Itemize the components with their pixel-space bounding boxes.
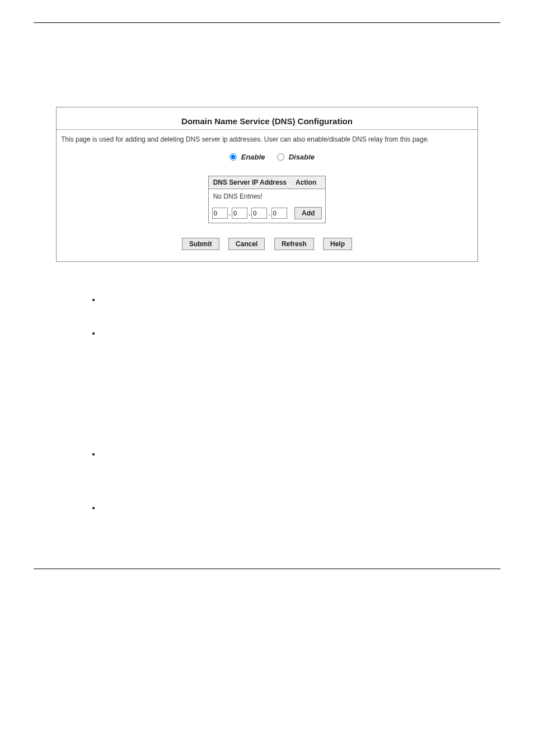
refresh-button[interactable]: Refresh	[274, 238, 314, 250]
list-item	[101, 450, 467, 459]
dns-relay-radio-group: Enable Disable	[57, 152, 477, 161]
panel-description: This page is used for adding and deletin…	[57, 135, 477, 152]
enable-radio[interactable]	[229, 153, 237, 161]
content-below-panel	[67, 295, 467, 513]
disable-radio-label: Disable	[289, 153, 315, 161]
header-action: Action	[291, 176, 325, 189]
list-item	[101, 329, 467, 338]
ip-dot: .	[249, 209, 250, 217]
action-cell: Add	[291, 204, 325, 223]
panel-button-row: Submit Cancel Refresh Help	[57, 238, 477, 250]
dns-config-panel: Domain Name Service (DNS) Configuration …	[56, 107, 478, 262]
table-empty-row: No DNS Entries!	[209, 189, 326, 204]
submit-button[interactable]: Submit	[182, 238, 219, 250]
add-button[interactable]: Add	[294, 207, 322, 219]
page-top-divider	[34, 22, 500, 23]
header-ip: DNS Server IP Address	[209, 176, 291, 189]
bullet-list	[101, 295, 467, 513]
list-item	[101, 295, 467, 304]
ip-dot: .	[268, 209, 270, 217]
ip-dot: .	[229, 209, 231, 217]
table-input-row: ... Add	[209, 204, 326, 223]
list-item	[101, 504, 467, 513]
panel-title: Domain Name Service (DNS) Configuration	[57, 113, 477, 128]
ip-octet-2[interactable]	[232, 208, 247, 219]
table-header-row: DNS Server IP Address Action	[209, 176, 326, 189]
ip-octet-4[interactable]	[271, 208, 287, 219]
help-button[interactable]: Help	[323, 238, 352, 250]
panel-divider	[57, 129, 477, 130]
disable-radio[interactable]	[277, 153, 284, 161]
ip-input-cell: ...	[209, 204, 291, 223]
dns-server-table: DNS Server IP Address Action No DNS Entr…	[208, 176, 326, 223]
enable-radio-label: Enable	[241, 153, 265, 161]
ip-octet-1[interactable]	[212, 208, 228, 219]
no-entries-label: No DNS Entries!	[209, 189, 326, 204]
cancel-button[interactable]: Cancel	[228, 238, 265, 250]
page-bottom-divider	[34, 569, 500, 569]
ip-octet-3[interactable]	[251, 208, 267, 219]
